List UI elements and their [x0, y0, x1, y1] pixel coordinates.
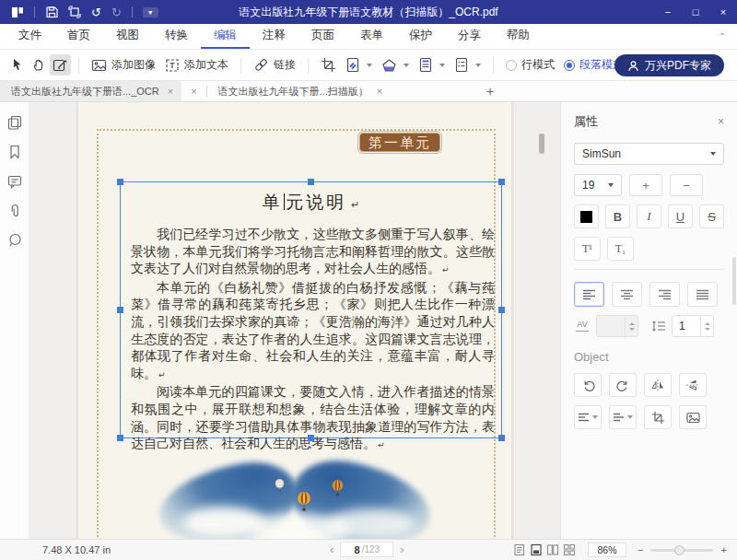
edit-tool-button[interactable] — [50, 54, 71, 76]
flip-vertical-button[interactable] — [679, 373, 707, 397]
document-canvas[interactable]: 第一单元 单元说明↵ 我们已经学习过不少散文，这些散文多侧重于写人叙事、绘景状物… — [29, 102, 560, 539]
maximize-button[interactable]: □ — [682, 0, 709, 24]
menu-page[interactable]: 页面 — [298, 24, 347, 49]
bookmarks-panel-icon[interactable] — [7, 145, 22, 159]
next-page-icon[interactable]: › — [400, 543, 404, 555]
selection-handle[interactable] — [117, 179, 123, 185]
font-size-select[interactable]: 19 — [574, 174, 622, 196]
flip-horizontal-button[interactable] — [644, 373, 672, 397]
italic-button[interactable]: I — [637, 204, 661, 228]
menu-view[interactable]: 视图 — [103, 24, 152, 49]
zoom-in-icon[interactable]: + — [720, 544, 726, 555]
previous-page-icon[interactable]: ‹ — [330, 543, 333, 555]
crop-button[interactable] — [321, 57, 336, 73]
two-page-view-icon[interactable] — [546, 543, 559, 556]
selection-handle[interactable] — [498, 435, 505, 441]
menu-form[interactable]: 表单 — [347, 24, 396, 49]
menu-edit[interactable]: 编辑 — [201, 24, 250, 49]
sky-balloons-image[interactable] — [157, 453, 433, 539]
quick-access-dropdown-icon[interactable]: ▼ — [143, 7, 158, 18]
watermark-button[interactable] — [345, 57, 372, 73]
spinner-icon[interactable] — [700, 316, 713, 336]
snapshot-icon[interactable] — [68, 6, 81, 18]
minimize-button[interactable]: − — [654, 0, 682, 24]
hand-tool-button[interactable] — [29, 54, 50, 76]
line-mode-radio[interactable]: 行模式 — [506, 57, 555, 73]
pdf-expert-button[interactable]: 万兴PDF专家 — [614, 54, 724, 76]
menu-share[interactable]: 分享 — [445, 24, 494, 49]
menu-comment[interactable]: 注释 — [250, 24, 298, 49]
canvas-scrollbar-thumb[interactable] — [539, 134, 544, 154]
add-image-button[interactable]: 添加图像 — [91, 57, 156, 73]
continuous-view-icon[interactable] — [530, 543, 543, 556]
strikethrough-button[interactable]: S — [699, 204, 724, 228]
underline-button[interactable]: U — [668, 204, 693, 228]
letter-spacing-input[interactable] — [596, 315, 638, 337]
distribute-objects-button[interactable] — [609, 405, 637, 429]
select-tool-button[interactable] — [7, 54, 29, 76]
font-color-button[interactable] — [574, 204, 599, 228]
document-body-text[interactable]: 我们已经学习过不少散文，这些散文多侧重于写人叙事、绘景状物，本单元我们将学习托物… — [121, 215, 501, 454]
header-footer-button[interactable] — [418, 57, 445, 73]
watermark-dropdown-icon[interactable] — [367, 64, 372, 67]
bold-button[interactable]: B — [605, 204, 630, 228]
align-left-button[interactable] — [574, 282, 604, 307]
align-objects-button[interactable] — [574, 405, 602, 429]
single-page-view-icon[interactable] — [513, 543, 526, 556]
tab-document-2[interactable]: 语文出版社九年级下册...扫描版） × — [207, 81, 392, 101]
font-size-decrease-button[interactable]: − — [670, 174, 703, 196]
menu-help[interactable]: 帮助 — [494, 24, 543, 49]
add-text-button[interactable]: 添加文本 — [165, 57, 228, 73]
selection-handle[interactable] — [117, 435, 123, 441]
save-icon[interactable] — [45, 6, 58, 18]
selection-handle[interactable] — [308, 179, 314, 185]
collapse-ribbon-icon[interactable]: ⌃ — [719, 31, 726, 41]
unit-badge[interactable]: 第一单元 — [359, 133, 440, 152]
menu-protect[interactable]: 保护 — [396, 24, 445, 49]
selection-handle[interactable] — [308, 435, 314, 441]
redo-icon[interactable]: ↻ — [111, 6, 122, 18]
zoom-slider-knob[interactable] — [674, 545, 684, 555]
grid-view-icon[interactable] — [563, 543, 576, 556]
bates-dropdown-icon[interactable] — [475, 64, 481, 67]
undo-icon[interactable]: ↺ — [91, 6, 101, 18]
tab-2-close-icon[interactable]: × — [377, 86, 382, 97]
zoom-out-icon[interactable]: − — [638, 544, 643, 555]
line-spacing-input[interactable]: 1 — [672, 315, 714, 337]
selection-handle[interactable] — [498, 307, 505, 313]
font-family-select[interactable]: SimSun — [574, 143, 724, 165]
bates-number-button[interactable] — [454, 57, 481, 73]
panel-close-icon[interactable]: × — [718, 115, 724, 128]
close-button[interactable]: × — [709, 0, 737, 24]
pdf-page[interactable]: 第一单元 单元说明↵ 我们已经学习过不少散文，这些散文多侧重于写人叙事、绘景状物… — [78, 102, 511, 539]
attachments-panel-icon[interactable] — [7, 204, 22, 218]
close-icon[interactable]: × — [191, 86, 196, 97]
text-block-selection[interactable]: 单元说明↵ 我们已经学习过不少散文，这些散文多侧重于写人叙事、绘景状物，本单元我… — [120, 181, 502, 438]
superscript-button[interactable]: T¹ — [574, 237, 601, 261]
comments-panel-icon[interactable] — [7, 174, 22, 189]
menu-convert[interactable]: 转换 — [152, 24, 201, 49]
subscript-button[interactable]: T₁ — [607, 237, 634, 261]
page-number-input[interactable]: 8 /123 — [340, 542, 393, 557]
rotate-right-button[interactable] — [609, 373, 637, 397]
link-button[interactable]: 链接 — [253, 57, 296, 73]
selection-handle[interactable] — [498, 179, 505, 185]
align-justify-button[interactable] — [687, 282, 718, 307]
background-dropdown-icon[interactable] — [404, 64, 409, 67]
document-heading[interactable]: 单元说明↵ — [121, 191, 501, 215]
new-tab-icon[interactable]: + — [486, 84, 494, 99]
rotate-left-button[interactable] — [574, 373, 602, 397]
selection-handle[interactable] — [117, 307, 123, 313]
thumbnails-panel-icon[interactable] — [7, 115, 22, 130]
align-center-button[interactable] — [612, 282, 642, 307]
replace-image-button[interactable] — [679, 405, 707, 429]
menu-file[interactable]: 文件 — [6, 24, 54, 49]
search-panel-icon[interactable] — [7, 233, 22, 248]
font-size-increase-button[interactable]: + — [629, 174, 662, 196]
menu-home[interactable]: 首页 — [54, 24, 103, 49]
spinner-icon[interactable] — [625, 316, 638, 336]
tab-1-close-icon[interactable]: × — [168, 86, 173, 97]
tab-document-1[interactable]: 语文出版社九年级下册语..._OCR × — [0, 81, 181, 101]
background-button[interactable] — [381, 58, 409, 73]
crop-object-button[interactable] — [644, 405, 672, 429]
